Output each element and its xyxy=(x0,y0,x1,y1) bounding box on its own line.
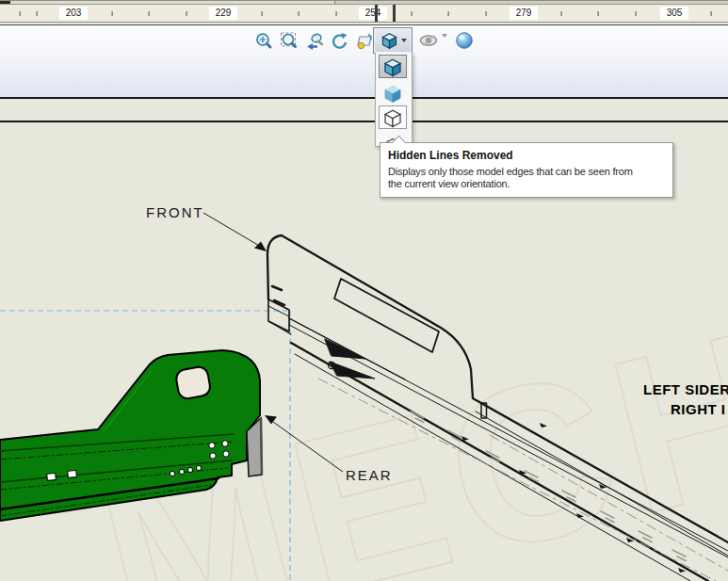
magnifier-arrows-icon xyxy=(253,31,274,52)
rear-label[interactable]: REAR xyxy=(346,467,393,483)
front-leader-line xyxy=(203,213,261,247)
drawing-graphics-area[interactable]: MECH xyxy=(0,0,728,581)
front-annotation[interactable]: FRONT xyxy=(146,204,267,251)
tooltip-body-line: the current view orientation. xyxy=(388,178,665,190)
zoom-to-fit-button[interactable] xyxy=(251,30,276,53)
tooltip-hidden-lines-removed: Hidden Lines Removed Displays only those… xyxy=(380,142,673,198)
sphere-icon xyxy=(454,30,475,51)
cube-shaded-edges-icon xyxy=(381,56,404,78)
cube-shaded-icon xyxy=(381,82,404,105)
heads-up-view-toolbar xyxy=(251,29,378,53)
magnifier-back-arrow-icon xyxy=(304,31,325,52)
zoom-to-area-button[interactable] xyxy=(277,30,301,53)
tooltip-title: Hidden Lines Removed xyxy=(388,149,665,162)
chevron-down-icon xyxy=(442,34,447,52)
rotate-view-button[interactable] xyxy=(328,30,352,53)
magnifier-area-icon xyxy=(279,31,299,52)
flange-edge xyxy=(261,418,262,475)
display-style-dropdown-menu xyxy=(375,53,413,147)
apply-scene-button[interactable] xyxy=(452,30,477,51)
cube-wireframe-icon xyxy=(381,106,404,129)
previous-view-button[interactable] xyxy=(302,30,327,53)
front-label[interactable]: FRONT xyxy=(146,204,204,220)
hide-show-items-dropdown[interactable] xyxy=(442,38,447,52)
front-leader-arrowhead xyxy=(254,242,267,252)
menu-item-shaded-with-edges[interactable] xyxy=(379,55,407,78)
circular-arrow-icon xyxy=(330,31,350,52)
solidworks-drawing-window: 203 229 254 279 305 MECH xyxy=(0,0,728,581)
siderail-note-line2[interactable]: RIGHT I xyxy=(671,401,726,417)
green-part-hole xyxy=(175,365,212,399)
chevron-down-icon xyxy=(401,39,407,42)
hide-show-items-button[interactable] xyxy=(415,30,442,51)
siderail-note-line1[interactable]: LEFT SIDER xyxy=(643,381,728,397)
menu-item-shaded[interactable] xyxy=(379,81,407,105)
display-style-button[interactable] xyxy=(373,27,413,54)
menu-item-hidden-lines-removed[interactable] xyxy=(379,105,407,129)
tooltip-body-line: Displays only those model edges that can… xyxy=(388,166,665,178)
eye-icon xyxy=(418,30,439,51)
shaded-cube-icon xyxy=(380,30,399,51)
